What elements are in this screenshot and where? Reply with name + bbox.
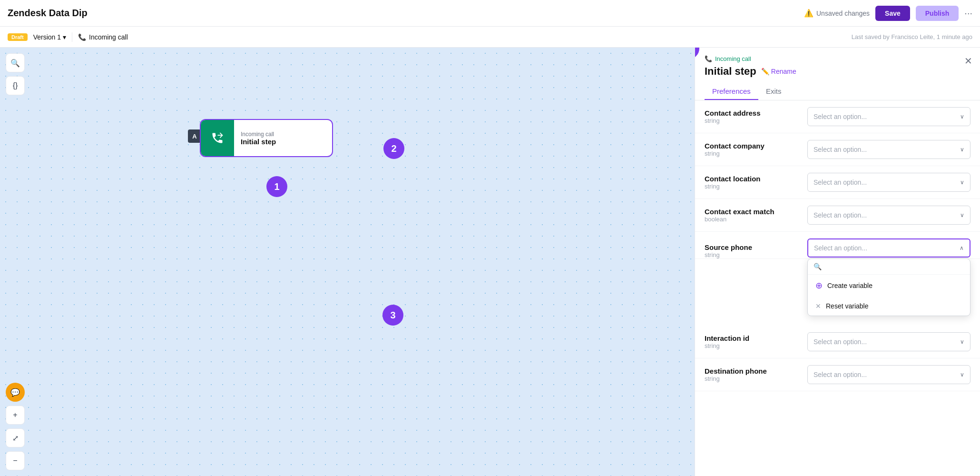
search-icon: 🔍 [10,59,20,68]
incoming-call-label: 📞 Incoming call [78,33,128,41]
main-layout: 🔍 {} A Incoming call Initial step [0,48,980,476]
more-options-button[interactable]: ··· [964,8,972,19]
field-row-contact-location: Contact location string Select an option… [695,166,980,199]
field-row-destination-phone: Destination phone string Select an optio… [695,358,980,391]
left-toolbar: 🔍 {} [6,53,25,95]
field-label-destination-phone: Destination phone string [705,367,800,382]
field-row-contact-company: Contact company string Select an option.… [695,133,980,166]
panel-incoming-label: 📞 Incoming call [705,55,970,62]
field-row-contact-exact-match: Contact exact match boolean Select an op… [695,199,980,232]
select-contact-exact-match[interactable]: Select an option... ∨ [807,206,970,225]
incoming-call-icon [211,131,224,145]
chevron-down-icon: ▾ [63,33,66,41]
panel-header: 📞 Incoming call Initial step ✏️ Rename ✕… [695,48,980,100]
field-label-source-phone: Source phone string [705,238,800,258]
field-label-contact-address: Contact address string [705,109,800,124]
warning-icon: ⚠️ [804,9,813,18]
chevron-down-icon: ∨ [960,113,964,120]
zoom-out-icon: − [13,456,17,465]
chevron-down-icon: ∨ [960,212,964,218]
draft-badge: Draft [8,33,28,41]
node-icon-area [201,119,234,157]
save-button[interactable]: Save [875,6,910,21]
fullscreen-button[interactable]: ⤢ [6,428,25,447]
dropdown-source-phone: Select an option... ∧ 🔍 ⊕ Create variabl… [807,238,970,258]
incoming-call-icon-panel: 📞 [705,55,712,62]
plus-circle-icon: ⊕ [815,280,823,291]
last-saved-label: Last saved by Francisco Leite, 1 minute … [852,33,972,40]
panel-title-row: Initial step ✏️ Rename [705,65,970,78]
zoom-in-icon: + [13,411,17,419]
canvas-node[interactable]: Incoming call Initial step [200,119,333,157]
zoom-in-button[interactable]: + [6,406,25,425]
field-label-contact-location: Contact location string [705,175,800,190]
select-contact-company[interactable]: Select an option... ∨ [807,140,970,159]
chevron-down-icon: ∨ [960,338,964,345]
x-small-icon: ✕ [815,302,821,310]
select-destination-phone[interactable]: Select an option... ∨ [807,365,970,384]
select-source-phone[interactable]: Select an option... ∧ [807,238,970,258]
bottom-toolbar: 💬 + ⤢ − [6,383,25,470]
topbar: Zendesk Data Dip ⚠️ Unsaved changes Save… [0,0,980,27]
tab-preferences[interactable]: Preferences [705,83,758,100]
dropdown-search-icon: 🔍 [813,263,822,270]
chevron-up-icon: ∧ [960,245,964,251]
braces-button[interactable]: {} [6,76,25,95]
node-label: Incoming call [241,131,276,138]
field-label-contact-exact-match: Contact exact match boolean [705,208,800,223]
subbar: Draft Version 1 ▾ 📞 Incoming call Last s… [0,27,980,48]
fullscreen-icon: ⤢ [12,434,19,443]
dropdown-search-area: 🔍 [808,259,970,275]
publish-button[interactable]: Publish [916,6,959,21]
chevron-down-icon: ∨ [960,146,964,153]
app-title: Zendesk Data Dip [8,8,88,19]
feedback-button[interactable]: 💬 [6,383,25,402]
select-interaction-id[interactable]: Select an option... ∨ [807,332,970,351]
dropdown-reset-variable[interactable]: ✕ Reset variable [808,297,970,316]
letter-badge: A [188,129,201,143]
dropdown-create-variable[interactable]: ⊕ Create variable [808,275,970,297]
annotation-3: 3 [382,305,403,326]
panel-title: Initial step [705,65,756,78]
panel-body: Contact address string Select an option.… [695,100,980,476]
version-select[interactable]: Version 1 ▾ [33,33,66,41]
field-label-interaction-id: Interaction id string [705,334,800,349]
feedback-icon: 💬 [10,388,20,397]
tab-exits[interactable]: Exits [758,83,789,100]
node-title: Initial step [241,138,276,146]
pencil-icon: ✏️ [761,68,769,75]
unsaved-changes-indicator: ⚠️ Unsaved changes [804,9,870,18]
chevron-down-icon: ∨ [960,371,964,378]
braces-icon: {} [13,81,18,90]
select-contact-address[interactable]: Select an option... ∨ [807,107,970,126]
search-button[interactable]: 🔍 [6,53,25,72]
field-label-contact-company: Contact company string [705,142,800,157]
annotation-2: 2 [383,138,404,159]
field-row-interaction-id: Interaction id string Select an option..… [695,326,980,358]
rename-button[interactable]: ✏️ Rename [761,68,796,75]
select-contact-location[interactable]: Select an option... ∨ [807,173,970,192]
chevron-down-icon: ∨ [960,179,964,186]
annotation-1: 1 [266,176,287,197]
unsaved-changes-label: Unsaved changes [816,10,870,17]
divider [72,32,72,42]
canvas[interactable]: 🔍 {} A Incoming call Initial step [0,48,695,476]
source-phone-dropdown: 🔍 ⊕ Create variable ✕ Reset variable [807,258,970,316]
right-panel: 4 📞 Incoming call Initial step ✏️ Rename… [695,48,980,476]
zoom-out-button[interactable]: − [6,451,25,470]
field-row-contact-address: Contact address string Select an option.… [695,100,980,133]
close-panel-button[interactable]: ✕ [964,55,972,67]
call-icon: 📞 [78,33,86,41]
node-text: Incoming call Initial step [234,131,283,146]
panel-tabs: Preferences Exits [705,83,970,100]
field-row-source-phone: Source phone string Select an option... … [695,232,980,259]
